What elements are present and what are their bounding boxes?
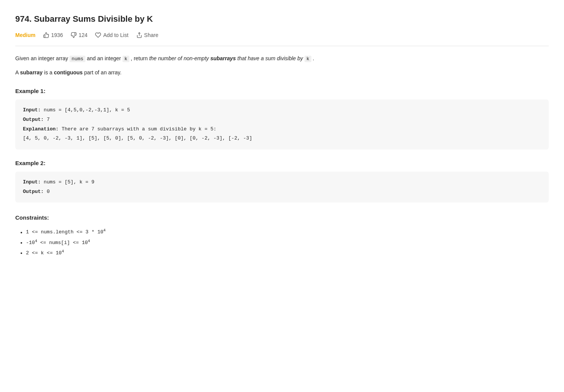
constraints-section: Constraints: 1 <= nums.length <= 3 * 104…: [15, 213, 549, 258]
heart-icon: [95, 32, 101, 38]
description-paragraph-1: Given an integer array nums and an integ…: [15, 54, 549, 63]
share-label: Share: [144, 31, 158, 39]
code-k: k: [122, 56, 129, 62]
downvote-button[interactable]: 124: [71, 31, 87, 39]
add-to-list-button[interactable]: Add to List: [95, 31, 128, 39]
example-2-code: Input: nums = [5], k = 9 Output: 0: [15, 172, 549, 202]
add-to-list-label: Add to List: [103, 31, 128, 39]
constraint-2: -104 <= nums[i] <= 104: [26, 238, 549, 248]
example-2-label: Example 2:: [15, 159, 549, 168]
constraint-3: 2 <= k <= 104: [26, 248, 549, 258]
constraints-label: Constraints:: [15, 213, 549, 222]
example-1-code: Input: nums = [4,5,0,-2,-3,1], k = 5 Out…: [15, 100, 549, 149]
difficulty-badge: Medium: [15, 31, 35, 39]
upvote-count: 1936: [51, 31, 63, 39]
examples-section: Example 1: Input: nums = [4,5,0,-2,-3,1]…: [15, 87, 549, 202]
thumbs-up-icon: [43, 32, 49, 38]
thumbs-down-icon: [71, 32, 77, 38]
share-icon: [136, 32, 142, 38]
example-2: Example 2: Input: nums = [5], k = 9 Outp…: [15, 159, 549, 202]
example-1: Example 1: Input: nums = [4,5,0,-2,-3,1]…: [15, 87, 549, 149]
example-1-label: Example 1:: [15, 87, 549, 96]
constraint-1: 1 <= nums.length <= 3 * 104: [26, 227, 549, 237]
share-button[interactable]: Share: [136, 31, 158, 39]
code-nums: nums: [69, 56, 85, 62]
problem-title: 974. Subarray Sums Divisible by K: [15, 12, 549, 26]
constraints-list: 1 <= nums.length <= 3 * 104 -104 <= nums…: [15, 227, 549, 258]
description-paragraph-2: A subarray is a contiguous part of an ar…: [15, 68, 549, 77]
code-k2: k: [305, 56, 311, 62]
downvote-count: 124: [79, 31, 87, 39]
problem-description: Given an integer array nums and an integ…: [15, 54, 549, 78]
upvote-button[interactable]: 1936: [43, 31, 63, 39]
meta-bar: Medium 1936 124 Add to List Share: [15, 31, 549, 46]
